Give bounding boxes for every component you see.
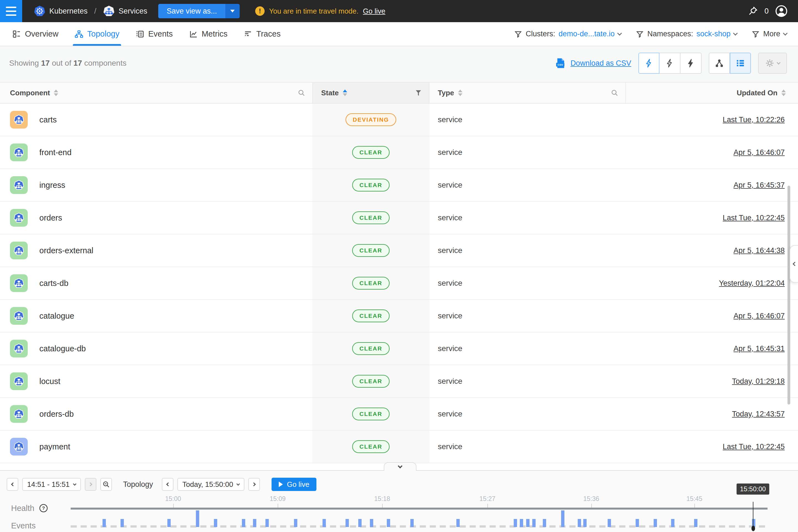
namespaces-filter[interactable]: Namespaces: sock-shop xyxy=(635,30,737,38)
hamburger-menu-button[interactable] xyxy=(0,0,22,22)
vertical-scrollbar[interactable] xyxy=(787,186,790,404)
component-name[interactable]: locust xyxy=(39,377,60,386)
component-cell[interactable]: payment xyxy=(0,431,312,463)
component-name[interactable]: orders-db xyxy=(39,410,74,419)
table-row[interactable]: ingress CLEAR service Apr 5, 16:45:37 xyxy=(0,169,798,202)
column-header-updated-on[interactable]: Updated On xyxy=(625,82,798,103)
tab-traces[interactable]: Traces xyxy=(244,22,281,46)
component-name[interactable]: catalogue-db xyxy=(39,344,86,353)
timeline-collapse-button[interactable] xyxy=(384,462,416,471)
updated-on-link[interactable]: Last Tue, 10:22:45 xyxy=(723,442,785,451)
filter-state-icon[interactable] xyxy=(415,89,429,97)
view-settings-button[interactable] xyxy=(758,53,787,74)
event-bar[interactable] xyxy=(543,519,546,527)
event-bar[interactable] xyxy=(120,519,124,527)
event-bar[interactable] xyxy=(358,519,362,527)
event-bar[interactable] xyxy=(671,519,674,527)
event-bar[interactable] xyxy=(294,519,297,527)
component-name[interactable]: carts-db xyxy=(39,279,69,288)
column-header-type[interactable]: Type xyxy=(430,82,625,103)
breadcrumb-kubernetes[interactable]: Kubernetes xyxy=(34,5,88,17)
playhead-time-flag[interactable]: 15:50:00 xyxy=(737,483,769,495)
event-bar[interactable] xyxy=(242,519,245,527)
column-header-state[interactable]: State xyxy=(312,82,430,103)
updated-on-link[interactable]: Apr 5, 16:45:31 xyxy=(734,344,785,353)
event-bar[interactable] xyxy=(608,519,611,527)
component-cell[interactable]: orders xyxy=(0,202,312,234)
component-cell[interactable]: ingress xyxy=(0,169,312,201)
event-bar[interactable] xyxy=(456,519,460,527)
playhead-line[interactable] xyxy=(753,502,754,528)
sort-updated-on[interactable] xyxy=(781,90,786,96)
event-bar[interactable] xyxy=(265,519,269,527)
table-row[interactable]: orders-db CLEAR service Today, 12:43:57 xyxy=(0,398,798,431)
component-cell[interactable]: orders-external xyxy=(0,234,312,267)
updated-on-link[interactable]: Today, 01:29:18 xyxy=(732,377,785,386)
component-cell[interactable]: catalogue-db xyxy=(0,332,312,365)
updated-on-link[interactable]: Today, 12:43:57 xyxy=(732,410,785,418)
show-problems-filled-button[interactable] xyxy=(681,53,702,74)
updated-on-link[interactable]: Apr 5, 16:45:37 xyxy=(734,181,785,190)
table-row[interactable]: locust CLEAR service Today, 01:29:18 xyxy=(0,365,798,398)
list-view-button[interactable] xyxy=(730,53,751,74)
event-bar[interactable] xyxy=(370,519,373,527)
component-name[interactable]: front-end xyxy=(39,148,72,157)
component-cell[interactable]: locust xyxy=(0,365,312,397)
pin-button[interactable] xyxy=(747,5,758,17)
right-panel-expand-handle[interactable] xyxy=(790,245,798,283)
download-csv-link[interactable]: CSV Download as CSV xyxy=(554,57,631,69)
event-bar[interactable] xyxy=(694,519,698,527)
sort-component[interactable] xyxy=(54,90,58,96)
component-cell[interactable]: carts xyxy=(0,103,312,136)
event-bar[interactable] xyxy=(578,519,581,527)
component-name[interactable]: orders-external xyxy=(39,246,93,255)
event-bar[interactable] xyxy=(196,510,199,527)
event-bar[interactable] xyxy=(253,519,256,527)
search-component-icon[interactable] xyxy=(297,89,312,97)
component-cell[interactable]: carts-db xyxy=(0,267,312,299)
tab-overview[interactable]: Overview xyxy=(12,22,58,46)
event-bar[interactable] xyxy=(532,519,536,527)
component-name[interactable]: ingress xyxy=(39,180,65,190)
breadcrumb-services[interactable]: Services xyxy=(103,5,147,17)
updated-on-link[interactable]: Last Tue, 10:22:45 xyxy=(723,214,785,222)
go-live-link[interactable]: Go live xyxy=(363,7,385,16)
table-row[interactable]: carts DEVIATING service Last Tue, 10:22:… xyxy=(0,103,798,136)
updated-on-link[interactable]: Apr 5, 16:44:38 xyxy=(734,246,785,255)
table-row[interactable]: orders-external CLEAR service Apr 5, 16:… xyxy=(0,234,798,267)
help-icon[interactable]: ? xyxy=(39,504,48,513)
table-row[interactable]: front-end CLEAR service Apr 5, 16:46:07 xyxy=(0,136,798,169)
save-view-as-button[interactable]: Save view as... xyxy=(158,4,225,18)
event-bar[interactable] xyxy=(345,519,349,527)
tab-topology[interactable]: Topology xyxy=(75,22,119,46)
event-bar[interactable] xyxy=(583,519,587,527)
component-name[interactable]: orders xyxy=(39,213,62,223)
table-row[interactable]: payment CLEAR service Last Tue, 10:22:45 xyxy=(0,431,798,463)
timeline-plot[interactable]: 15:0015:0915:1815:2715:3615:45 15:50:00 xyxy=(71,471,767,532)
sort-state[interactable] xyxy=(343,90,347,96)
range-back-button[interactable] xyxy=(7,478,18,491)
event-bar[interactable] xyxy=(410,519,414,527)
updated-on-link[interactable]: Last Tue, 10:22:26 xyxy=(723,116,785,124)
table-row[interactable]: carts-db CLEAR service Yesterday, 01:22:… xyxy=(0,267,798,300)
event-bar[interactable] xyxy=(561,510,565,527)
updated-on-link[interactable]: Apr 5, 16:46:07 xyxy=(734,148,785,157)
component-name[interactable]: carts xyxy=(39,115,57,125)
show-problems-outline-button[interactable] xyxy=(639,53,660,74)
component-cell[interactable]: orders-db xyxy=(0,398,312,430)
table-row[interactable]: catalogue CLEAR service Apr 5, 16:46:07 xyxy=(0,300,798,332)
event-bar[interactable] xyxy=(520,519,523,527)
tab-events[interactable]: Events xyxy=(135,22,173,46)
event-bar[interactable] xyxy=(654,519,657,527)
show-problems-outline-dark-button[interactable] xyxy=(660,53,681,74)
component-name[interactable]: payment xyxy=(39,442,70,451)
updated-on-link[interactable]: Apr 5, 16:46:07 xyxy=(734,312,785,320)
component-cell[interactable]: front-end xyxy=(0,136,312,169)
updated-on-link[interactable]: Yesterday, 01:22:04 xyxy=(719,279,785,288)
topology-view-button[interactable] xyxy=(709,53,730,74)
table-row[interactable]: catalogue-db CLEAR service Apr 5, 16:45:… xyxy=(0,332,798,365)
event-bar[interactable] xyxy=(514,519,517,527)
more-filters[interactable]: More xyxy=(752,30,787,38)
event-bar[interactable] xyxy=(635,519,639,527)
component-cell[interactable]: catalogue xyxy=(0,300,312,332)
